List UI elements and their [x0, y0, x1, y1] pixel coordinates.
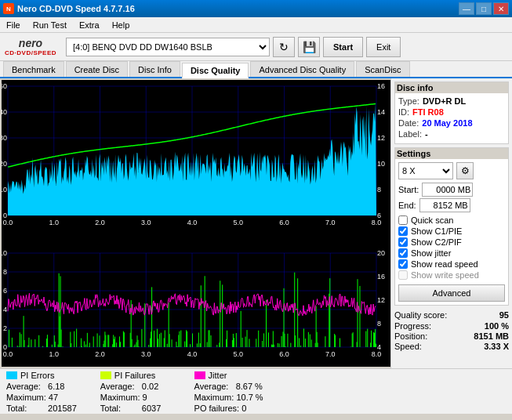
read-speed-label[interactable]: Show read speed: [398, 259, 505, 269]
jitter-max-label: Maximum:: [194, 393, 234, 402]
minimize-button[interactable]: —: [459, 2, 474, 15]
quick-scan-checkbox[interactable]: [398, 215, 408, 225]
tab-scan-disc[interactable]: ScanDisc: [356, 61, 409, 77]
bottom-chart: [2, 249, 390, 367]
menu-runtest[interactable]: Run Test: [30, 19, 70, 31]
menu-file[interactable]: File: [3, 19, 24, 31]
pi-failures-max-label: Maximum:: [100, 393, 140, 402]
c1-pie-row: Show C1/PIE: [398, 226, 505, 236]
tab-benchmark[interactable]: Benchmark: [3, 61, 64, 77]
date-value: 20 May 2018: [422, 118, 472, 128]
pi-errors-avg: Average: 6.18: [6, 382, 88, 391]
read-speed-text: Show read speed: [411, 259, 478, 269]
progress-value: 100 %: [485, 321, 509, 331]
drive-select[interactable]: [4:0] BENQ DVD DD DW1640 BSLB: [66, 38, 270, 56]
pi-errors-max-label: Maximum:: [6, 393, 46, 402]
speed-select[interactable]: 8 X: [398, 162, 453, 179]
menu-help[interactable]: Help: [109, 19, 133, 31]
jitter-legend: Jitter Average: 8.67 % Maximum: 10.7 % P…: [194, 371, 276, 413]
speed-value: 3.33 X: [484, 342, 509, 351]
close-button[interactable]: ✕: [493, 2, 509, 15]
c1-pie-checkbox[interactable]: [398, 226, 408, 236]
start-input[interactable]: [422, 183, 473, 197]
pi-errors-label-row: PI Errors: [6, 371, 88, 380]
disc-label-row: Label: -: [398, 129, 505, 139]
settings-icon-button[interactable]: ⚙: [456, 162, 474, 179]
position-value: 8151 MB: [474, 331, 509, 341]
pi-errors-avg-value: 6.18: [48, 382, 87, 391]
save-icon-button[interactable]: 💾: [298, 37, 320, 57]
id-label: ID:: [398, 107, 409, 117]
type-value: DVD+R DL: [423, 96, 466, 106]
jitter-color: [194, 371, 205, 379]
titlebar: N Nero CD-DVD Speed 4.7.7.16 — □ ✕: [0, 0, 512, 17]
pi-errors-total-label: Total:: [6, 404, 45, 413]
tab-disc-quality[interactable]: Disc Quality: [182, 63, 249, 78]
progress-label: Progress:: [394, 321, 431, 331]
settings-section: Settings 8 X ⚙ Start: End: Quick scan: [394, 147, 509, 306]
quick-scan-label[interactable]: Quick scan: [398, 215, 505, 225]
pi-errors-max-value: 47: [49, 393, 88, 402]
disc-label-value: -: [425, 129, 428, 139]
date-label: Date:: [398, 118, 419, 128]
pi-failures-label: PI Failures: [114, 371, 156, 380]
start-label: Start:: [398, 185, 419, 194]
end-row: End:: [398, 198, 505, 212]
jitter-avg-label: Average:: [194, 382, 234, 391]
legend-area: PI Errors Average: 6.18 Maximum: 47 Tota…: [0, 368, 512, 414]
refresh-icon-button[interactable]: ↻: [273, 37, 295, 57]
pi-failures-color: [100, 371, 111, 379]
pi-failures-avg: Average: 0.02: [100, 382, 182, 391]
menu-extra[interactable]: Extra: [76, 19, 103, 31]
end-input[interactable]: [419, 198, 470, 212]
tabs: Benchmark Create Disc Disc Info Disc Qua…: [0, 61, 512, 78]
c1-pie-label[interactable]: Show C1/PIE: [398, 226, 505, 236]
advanced-button[interactable]: Advanced: [398, 284, 505, 302]
chart-container: [2, 80, 390, 367]
c1-pie-text: Show C1/PIE: [411, 226, 462, 236]
pi-errors-legend: PI Errors Average: 6.18 Maximum: 47 Tota…: [6, 371, 88, 413]
jitter-text: Show jitter: [411, 248, 451, 258]
pi-failures-max-value: 9: [143, 393, 182, 402]
read-speed-checkbox[interactable]: [398, 259, 408, 269]
pi-errors-label: PI Errors: [20, 371, 54, 380]
toolbar: nero CD·DVD/SPEED [4:0] BENQ DVD DD DW16…: [0, 33, 512, 61]
app-icon: N: [3, 3, 14, 14]
settings-title: Settings: [395, 148, 508, 159]
tab-advanced-disc-quality[interactable]: Advanced Disc Quality: [250, 61, 354, 77]
type-row: Type: DVD+R DL: [398, 96, 505, 106]
jitter-max: Maximum: 10.7 %: [194, 393, 276, 402]
c2-pif-row: Show C2/PIF: [398, 237, 505, 247]
date-row: Date: 20 May 2018: [398, 118, 505, 128]
write-speed-row: Show write speed: [398, 270, 505, 280]
drive-selector: [4:0] BENQ DVD DD DW1640 BSLB ↻ 💾 Start …: [66, 37, 507, 57]
disc-label-label: Label:: [398, 129, 422, 139]
jitter-label: Jitter: [209, 371, 227, 380]
pi-failures-label-row: PI Failures: [100, 371, 182, 380]
position-label: Position:: [394, 331, 427, 341]
speed-row: 8 X ⚙: [398, 162, 505, 179]
speed-row: Speed: 3.33 X: [394, 342, 509, 351]
start-button[interactable]: Start: [323, 37, 363, 57]
pi-errors-total-value: 201587: [48, 404, 87, 413]
pi-errors-max: Maximum: 47: [6, 393, 88, 402]
pi-failures-total: Total: 6037: [100, 404, 182, 413]
pi-failures-max: Maximum: 9: [100, 393, 182, 402]
tab-disc-info[interactable]: Disc Info: [129, 61, 180, 77]
c2-pif-label[interactable]: Show C2/PIF: [398, 237, 505, 247]
progress-row: Progress: 100 %: [394, 321, 509, 331]
tab-create-disc[interactable]: Create Disc: [66, 61, 128, 77]
po-failures: PO failures: 0: [194, 404, 276, 413]
pi-errors-color: [6, 371, 17, 379]
exit-button[interactable]: Exit: [366, 37, 401, 57]
main-area: Disc info Type: DVD+R DL ID: FTI R08 Dat…: [0, 78, 512, 368]
id-value: FTI R08: [412, 107, 444, 117]
quality-score-row: Quality score: 95: [394, 309, 509, 321]
app-title: Nero CD-DVD Speed 4.7.7.16: [17, 4, 135, 13]
pi-failures-total-label: Total:: [100, 404, 140, 413]
jitter-label[interactable]: Show jitter: [398, 248, 505, 258]
maximize-button[interactable]: □: [476, 2, 492, 15]
jitter-checkbox[interactable]: [398, 248, 408, 258]
c2-pif-checkbox[interactable]: [398, 237, 408, 247]
jitter-label-row: Jitter: [194, 371, 276, 380]
